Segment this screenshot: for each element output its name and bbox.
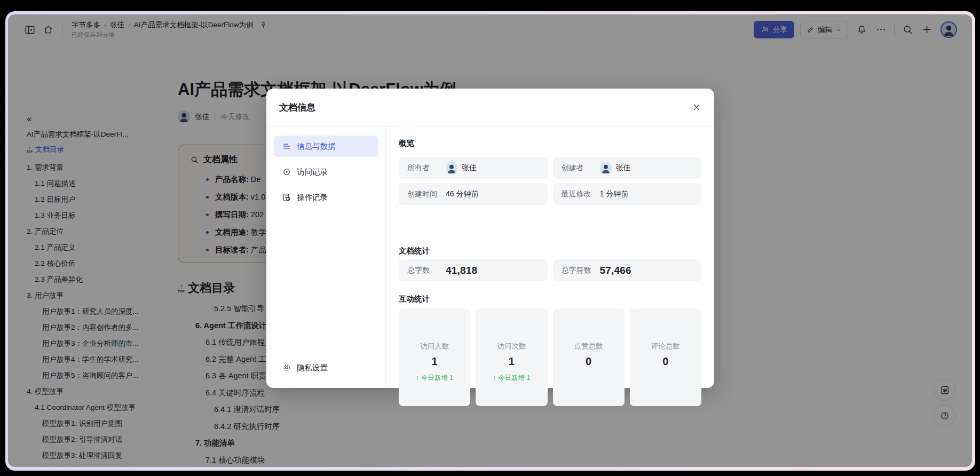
card-value: 1 — [476, 355, 547, 368]
modal-nav-label: 信息与数据 — [297, 141, 336, 152]
privacy-settings-item[interactable]: 隐私设置 — [274, 357, 378, 378]
interaction-stat-card: 点赞总数0 — [553, 308, 625, 406]
interaction-stats-heading: 互动统计 — [399, 294, 430, 304]
doc-stats-grid: 总字数41,818总字符数57,466 — [399, 259, 701, 281]
pill-value: 张佳 — [446, 162, 477, 174]
card-label: 评论总数 — [630, 342, 701, 351]
card-label: 点赞总数 — [553, 342, 625, 351]
overview-pill: 创建者张佳 — [553, 157, 702, 179]
overview-grid: 所有者张佳创建者张佳创建时间46 分钟前最近修改1 分钟前 — [399, 157, 701, 205]
doc-stat-pill: 总字符数57,466 — [553, 259, 702, 281]
modal-nav-item[interactable]: 操作记录 — [274, 187, 378, 208]
interaction-stat-card: 访问人数1↑ 今日新增 1 — [399, 308, 470, 406]
list-icon — [282, 141, 291, 151]
pill-value-text: 张佳 — [616, 163, 631, 173]
pill-label: 创建时间 — [407, 189, 446, 199]
overview-pill: 创建时间46 分钟前 — [399, 183, 548, 205]
interaction-cards: 访问人数1↑ 今日新增 1访问次数1↑ 今日新增 1点赞总数0评论总数0 — [399, 308, 701, 406]
target-icon — [282, 167, 291, 177]
overview-pill: 最近修改1 分钟前 — [553, 183, 702, 205]
pill-label: 总字符数 — [562, 266, 600, 275]
card-value: 0 — [630, 355, 701, 368]
card-delta: ↑ 今日新增 1 — [476, 374, 547, 383]
card-label: 访问人数 — [399, 342, 470, 351]
member-avatar — [600, 162, 612, 174]
card-value: 0 — [553, 355, 625, 368]
pill-label: 总字数 — [407, 266, 446, 275]
member-avatar — [446, 162, 457, 174]
history-icon — [282, 193, 291, 202]
pill-label: 所有者 — [407, 163, 446, 173]
modal-nav-item[interactable]: 信息与数据 — [274, 136, 378, 157]
pill-value: 46 分钟前 — [446, 189, 478, 199]
modal-nav: 隐私设置 信息与数据访问记录操作记录 — [266, 126, 386, 388]
doc-stats-heading: 文档统计 — [399, 246, 430, 256]
pill-value-text: 张佳 — [462, 163, 477, 173]
pill-value-text: 46 分钟前 — [446, 189, 478, 199]
modal-nav-label: 操作记录 — [297, 193, 328, 203]
close-icon[interactable] — [692, 102, 701, 112]
modal-title: 文档信息 — [279, 101, 315, 114]
pill-value: 张佳 — [600, 162, 631, 174]
privacy-settings-label: 隐私设置 — [297, 363, 328, 373]
stat-value: 57,466 — [600, 265, 631, 276]
pill-value: 1 分钟前 — [600, 189, 629, 199]
interaction-stat-card: 访问次数1↑ 今日新增 1 — [476, 308, 547, 406]
stat-value: 41,818 — [446, 265, 477, 276]
modal-nav-item[interactable]: 访问记录 — [274, 161, 378, 183]
doc-stat-pill: 总字数41,818 — [399, 259, 548, 281]
modal-nav-label: 访问记录 — [297, 167, 328, 177]
desktop: 字节多多›张佳›AI产品需求文档框架-以DeerFlow为例 已经保存到云端 分… — [0, 0, 980, 476]
card-delta: ↑ 今日新增 1 — [399, 374, 470, 383]
modal-body: 概览 所有者张佳创建者张佳创建时间46 分钟前最近修改1 分钟前 文档统计 总字… — [386, 126, 714, 388]
app-window: 字节多多›张佳›AI产品需求文档框架-以DeerFlow为例 已经保存到云端 分… — [8, 14, 972, 467]
card-label: 访问次数 — [476, 342, 547, 351]
overview-heading: 概览 — [399, 138, 414, 148]
gear-icon — [282, 363, 291, 372]
card-value: 1 — [399, 355, 470, 368]
pill-label: 最近修改 — [562, 189, 600, 199]
doc-info-modal: 文档信息 隐私设置 信息与数据访问记录操作记录 概览 所有者张佳创建者张佳创建时… — [266, 89, 714, 388]
modal-header: 文档信息 — [266, 89, 714, 126]
interaction-stat-card: 评论总数0 — [630, 308, 701, 406]
pill-value-text: 1 分钟前 — [600, 189, 629, 199]
overview-pill: 所有者张佳 — [399, 157, 548, 179]
pill-label: 创建者 — [562, 163, 600, 173]
